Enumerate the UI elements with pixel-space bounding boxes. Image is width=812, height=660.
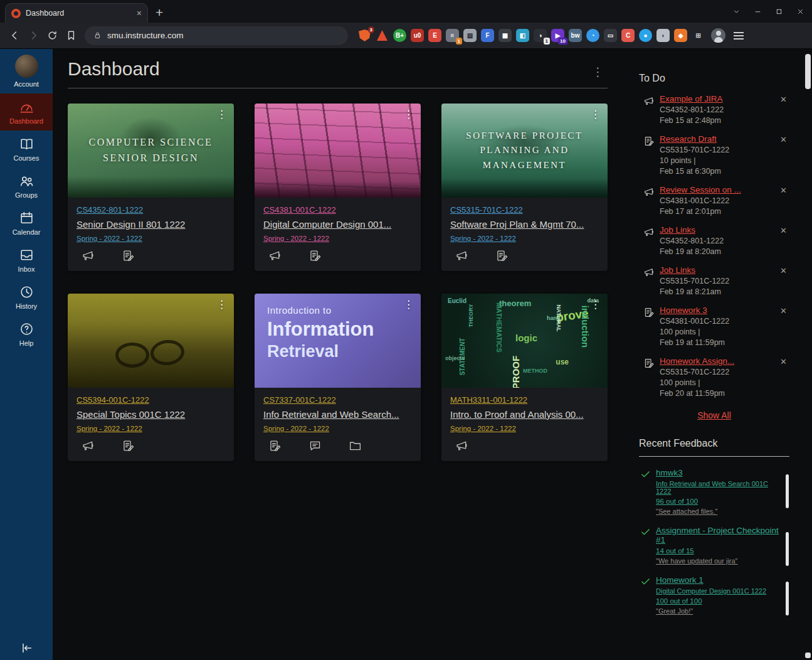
assignments-icon[interactable] bbox=[495, 249, 535, 265]
ext-bird-icon[interactable]: ● bbox=[639, 29, 652, 42]
feedback-score-link[interactable]: 100 out of 100 bbox=[656, 597, 779, 605]
dismiss-todo-button[interactable]: ✕ bbox=[778, 225, 789, 236]
ext-ublock-icon[interactable]: u0 bbox=[411, 29, 424, 42]
scrollbar-thumb[interactable] bbox=[805, 54, 811, 89]
sidebar-item-groups[interactable]: Groups bbox=[0, 168, 53, 205]
scrollbar-thumb[interactable] bbox=[786, 582, 789, 615]
card-options-button[interactable]: ⋮ bbox=[399, 107, 418, 122]
todo-item-link[interactable]: Homework Assign... bbox=[660, 356, 778, 366]
course-card-image[interactable]: Software Project Planning and Management… bbox=[441, 104, 608, 198]
course-code-link[interactable]: CS5315-701C-1222 bbox=[450, 205, 599, 215]
announcements-icon[interactable] bbox=[82, 439, 122, 455]
course-title-link[interactable]: Info Retrieval and Web Search... bbox=[263, 409, 412, 420]
course-title-link[interactable]: Senior Design II 801 1222 bbox=[76, 219, 225, 230]
assignments-icon[interactable] bbox=[122, 439, 162, 455]
dismiss-todo-button[interactable]: ✕ bbox=[778, 185, 789, 196]
card-options-button[interactable]: ⋮ bbox=[586, 297, 604, 312]
course-card-image[interactable]: ⋮ bbox=[255, 104, 421, 198]
sidebar-item-calendar[interactable]: Calendar bbox=[0, 205, 53, 242]
todo-item-link[interactable]: Job Links bbox=[660, 225, 778, 235]
card-options-button[interactable]: ⋮ bbox=[213, 107, 231, 122]
tab-search-chevron-icon[interactable] bbox=[725, 2, 747, 21]
feedback-assignment-link[interactable]: Homework 1 bbox=[656, 575, 779, 585]
announcements-icon[interactable] bbox=[455, 249, 495, 265]
course-code-link[interactable]: CS7337-001C-1222 bbox=[263, 395, 412, 405]
window-minimize-button[interactable] bbox=[747, 2, 768, 21]
todo-item-link[interactable]: Job Links bbox=[660, 265, 778, 275]
ext-fox-icon[interactable]: ◆ bbox=[674, 29, 687, 42]
dismiss-todo-button[interactable]: ✕ bbox=[778, 134, 789, 145]
feedback-assignment-link[interactable]: hmwk3 bbox=[656, 468, 779, 477]
extensions-puzzle-icon[interactable]: ⊞ bbox=[692, 29, 705, 42]
window-maximize-button[interactable] bbox=[768, 2, 789, 21]
course-term-link[interactable]: Spring - 2022 - 1222 bbox=[76, 425, 225, 432]
course-code-link[interactable]: CS4352-801-1222 bbox=[76, 205, 225, 215]
todo-item-link[interactable]: Homework 3 bbox=[660, 306, 778, 315]
forward-button[interactable] bbox=[24, 26, 43, 45]
ext-keyboard-icon[interactable]: ▤ bbox=[463, 29, 477, 42]
todo-item-link[interactable]: Review Session on ... bbox=[660, 185, 778, 194]
dismiss-todo-button[interactable]: ✕ bbox=[778, 265, 789, 276]
ext-notepad-icon[interactable]: ▦ bbox=[498, 29, 512, 42]
reload-button[interactable] bbox=[43, 26, 61, 45]
ext-picker-icon[interactable]: ◧ bbox=[516, 29, 529, 42]
feedback-score-link[interactable]: 96 out of 100 bbox=[656, 498, 779, 505]
announcements-icon[interactable] bbox=[455, 439, 495, 455]
sidebar-item-history[interactable]: History bbox=[0, 279, 53, 316]
ext-e-icon[interactable]: E bbox=[428, 29, 441, 42]
announcements-icon[interactable] bbox=[268, 249, 308, 265]
feedback-score-link[interactable]: 14 out of 15 bbox=[656, 547, 779, 555]
brave-shield-icon[interactable]: 3 bbox=[358, 29, 371, 42]
feedback-course-link[interactable]: Digital Computer Design 001C 1222 bbox=[656, 587, 779, 595]
ext-screenshot-icon[interactable]: ▭ bbox=[604, 29, 617, 42]
course-title-link[interactable]: Software Proj Plan & Mgmt 70... bbox=[450, 219, 599, 230]
bookmark-icon[interactable] bbox=[61, 26, 80, 45]
feedback-assignment-link[interactable]: Assignment - Project Checkpoint #1 bbox=[656, 526, 779, 545]
course-card-image[interactable]: Computer Science Senior Design ⋮ bbox=[68, 104, 234, 198]
ext-bplus-icon[interactable]: B+ bbox=[393, 29, 406, 42]
ext-video-icon[interactable]: ▶10 bbox=[551, 29, 564, 42]
collapse-nav-button[interactable] bbox=[0, 641, 53, 655]
ext-orbit-icon[interactable]: ◔ bbox=[586, 29, 599, 42]
course-term-link[interactable]: Spring - 2022 - 1222 bbox=[450, 425, 599, 432]
sidebar-item-account[interactable]: Account bbox=[0, 49, 53, 93]
profile-avatar[interactable] bbox=[711, 28, 725, 43]
show-all-link[interactable]: Show All bbox=[639, 410, 789, 420]
sidebar-item-courses[interactable]: Courses bbox=[0, 130, 53, 168]
course-title-link[interactable]: Digital Computer Design 001... bbox=[263, 219, 412, 230]
course-card-image[interactable]: provetheoreminductionMATHEMATICSlogicPRO… bbox=[441, 294, 608, 388]
files-icon[interactable] bbox=[349, 439, 389, 455]
ext-clipboard-icon[interactable]: ≡1 bbox=[446, 29, 459, 42]
dismiss-todo-button[interactable]: ✕ bbox=[778, 94, 789, 105]
dismiss-todo-button[interactable]: ✕ bbox=[778, 306, 789, 316]
ext-bw-icon[interactable]: bw bbox=[569, 29, 582, 42]
dashboard-options-button[interactable]: ⋮ bbox=[588, 58, 608, 79]
sidebar-item-help[interactable]: Help bbox=[0, 316, 53, 353]
assignments-icon[interactable] bbox=[308, 249, 349, 265]
window-close-button[interactable] bbox=[789, 2, 811, 21]
assignments-icon[interactable] bbox=[122, 249, 162, 265]
course-code-link[interactable]: CS4381-001C-1222 bbox=[263, 205, 412, 215]
todo-item-link[interactable]: Example of JIRA bbox=[660, 94, 778, 104]
browser-menu-button[interactable] bbox=[729, 26, 748, 45]
assignments-icon[interactable] bbox=[268, 439, 308, 455]
feedback-comment-link[interactable]: "See attached files." bbox=[656, 508, 779, 515]
feedback-comment-link[interactable]: "Great Job!" bbox=[656, 607, 779, 615]
feedback-course-link[interactable]: Info Retrieval and Web Search 001C 1222 bbox=[656, 480, 779, 495]
course-title-link[interactable]: Intro. to Proof and Analysis 00... bbox=[450, 409, 599, 420]
course-title-link[interactable]: Special Topics 001C 1222 bbox=[76, 409, 225, 420]
course-term-link[interactable]: Spring - 2022 - 1222 bbox=[263, 425, 412, 432]
todo-item-link[interactable]: Research Draft bbox=[660, 134, 778, 144]
card-options-button[interactable]: ⋮ bbox=[399, 297, 418, 312]
scrollbar-thumb[interactable] bbox=[786, 474, 789, 508]
discussions-icon[interactable] bbox=[308, 439, 349, 455]
course-term-link[interactable]: Spring - 2022 - 1222 bbox=[76, 235, 225, 242]
card-options-button[interactable]: ⋮ bbox=[586, 107, 604, 122]
course-card-image[interactable]: ⋮ bbox=[68, 294, 234, 388]
tab-close-icon[interactable]: × bbox=[137, 9, 142, 18]
course-code-link[interactable]: CS5394-001C-1222 bbox=[76, 395, 225, 405]
card-options-button[interactable]: ⋮ bbox=[213, 297, 231, 312]
vpn-triangle-icon[interactable] bbox=[376, 29, 389, 42]
sidebar-item-dashboard[interactable]: Dashboard bbox=[0, 93, 53, 130]
course-code-link[interactable]: MATH3311-001-1222 bbox=[450, 395, 599, 405]
